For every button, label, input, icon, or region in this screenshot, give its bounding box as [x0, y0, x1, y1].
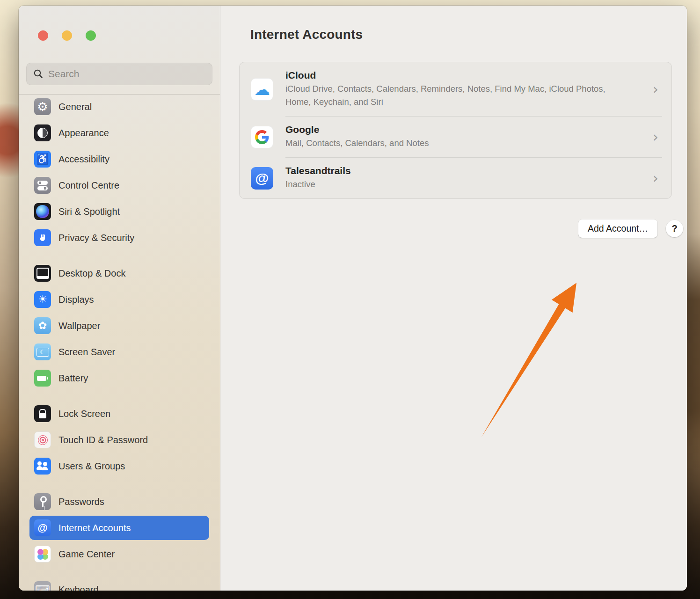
battery-icon [34, 370, 51, 387]
gear-icon [34, 98, 51, 115]
account-name: Google [285, 124, 641, 135]
sidebar-item-users-groups[interactable]: Users & Groups [29, 454, 209, 478]
sidebar-item-control-centre[interactable]: Control Centre [29, 173, 209, 197]
accounts-list: iCloud iCloud Drive, Contacts, Calendars… [239, 62, 672, 199]
key-icon [34, 493, 51, 510]
internet-accounts-panel: Internet Accounts iCloud iCloud Drive, C… [220, 6, 687, 591]
sidebar-item-passwords[interactable]: Passwords [29, 489, 209, 514]
chevron-right-icon: › [653, 130, 661, 144]
accessibility-icon [34, 151, 51, 168]
close-window-button[interactable] [38, 30, 48, 41]
icloud-cloud-icon [251, 78, 273, 101]
control-centre-icon [34, 177, 51, 194]
desktop-dock-icon [34, 265, 51, 282]
sidebar-nav: General Appearance Accessibility Control… [19, 95, 220, 591]
search-placeholder: Search [48, 68, 80, 80]
add-account-button[interactable]: Add Account… [578, 219, 657, 238]
sidebar-item-keyboard[interactable]: Keyboard [29, 577, 209, 591]
account-description: iCloud Drive, Contacts, Calendars, Remin… [285, 82, 627, 109]
sidebar-item-accessibility[interactable]: Accessibility [29, 147, 209, 171]
desktop-wallpaper: Search General Appearance Accessibilit [0, 0, 700, 599]
chevron-right-icon: › [653, 171, 661, 185]
wallpaper-flower-icon [34, 317, 51, 334]
account-name: iCloud [285, 70, 641, 81]
account-row-icloud[interactable]: iCloud iCloud Drive, Contacts, Calendars… [240, 62, 671, 116]
privacy-hand-icon [34, 229, 51, 246]
sidebar-item-game-center[interactable]: Game Center [29, 542, 209, 566]
account-row-google[interactable]: Google Mail, Contacts, Calendars, and No… [240, 117, 671, 157]
sidebar-item-desktop-dock[interactable]: Desktop & Dock [29, 261, 209, 285]
search-icon [33, 69, 44, 79]
fingerprint-icon [34, 431, 51, 448]
siri-icon [34, 203, 51, 220]
appearance-icon [34, 124, 51, 141]
sidebar-item-internet-accounts[interactable]: Internet Accounts [29, 516, 209, 540]
at-icon [34, 519, 51, 536]
chevron-right-icon: › [653, 82, 661, 96]
displays-sun-icon [34, 291, 51, 308]
sidebar-item-screen-saver[interactable]: Screen Saver [29, 340, 209, 364]
window-controls [38, 30, 96, 41]
search-input[interactable]: Search [26, 63, 212, 85]
page-title: Internet Accounts [250, 27, 672, 42]
sidebar-item-battery[interactable]: Battery [29, 366, 209, 390]
lock-icon [34, 405, 51, 422]
account-status: Inactive [285, 178, 627, 191]
sidebar-item-wallpaper[interactable]: Wallpaper [29, 314, 209, 338]
sidebar-item-siri-spotlight[interactable]: Siri & Spotlight [29, 199, 209, 224]
screen-saver-icon [34, 343, 51, 360]
minimize-window-button[interactable] [62, 30, 72, 41]
sidebar-item-general[interactable]: General [29, 95, 209, 119]
account-row-talesandtrails[interactable]: Talesandtrails Inactive › [240, 158, 671, 198]
sidebar-item-appearance[interactable]: Appearance [29, 121, 209, 145]
help-button[interactable]: ? [666, 220, 683, 237]
users-icon [34, 458, 51, 475]
account-actions: Add Account… ? [250, 219, 683, 238]
google-g-icon [251, 126, 273, 148]
sidebar-item-displays[interactable]: Displays [29, 287, 209, 312]
system-settings-window: Search General Appearance Accessibilit [19, 6, 687, 591]
account-name: Talesandtrails [285, 165, 641, 176]
game-center-icon [34, 546, 51, 562]
sidebar-item-lock-screen[interactable]: Lock Screen [29, 402, 209, 426]
settings-sidebar: Search General Appearance Accessibilit [19, 6, 220, 591]
keyboard-icon [34, 581, 51, 591]
at-icon [251, 167, 273, 190]
zoom-window-button[interactable] [86, 30, 96, 41]
sidebar-item-touch-id-password[interactable]: Touch ID & Password [29, 428, 209, 452]
account-description: Mail, Contacts, Calendars, and Notes [285, 137, 627, 150]
sidebar-item-privacy-security[interactable]: Privacy & Security [29, 226, 209, 250]
